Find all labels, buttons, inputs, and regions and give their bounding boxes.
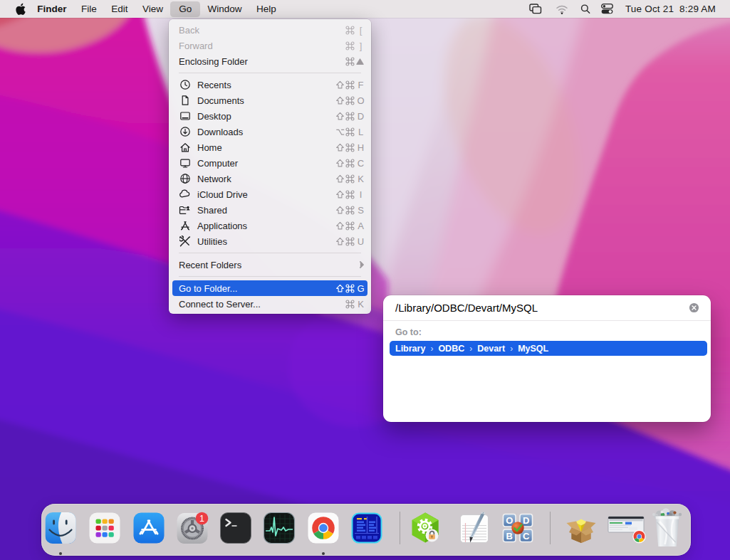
svg-text:1: 1 [199,514,204,524]
svg-text:O: O [506,515,513,526]
svg-text:D: D [523,515,529,526]
svg-text:C: C [523,531,530,541]
svg-text:B: B [506,531,512,541]
